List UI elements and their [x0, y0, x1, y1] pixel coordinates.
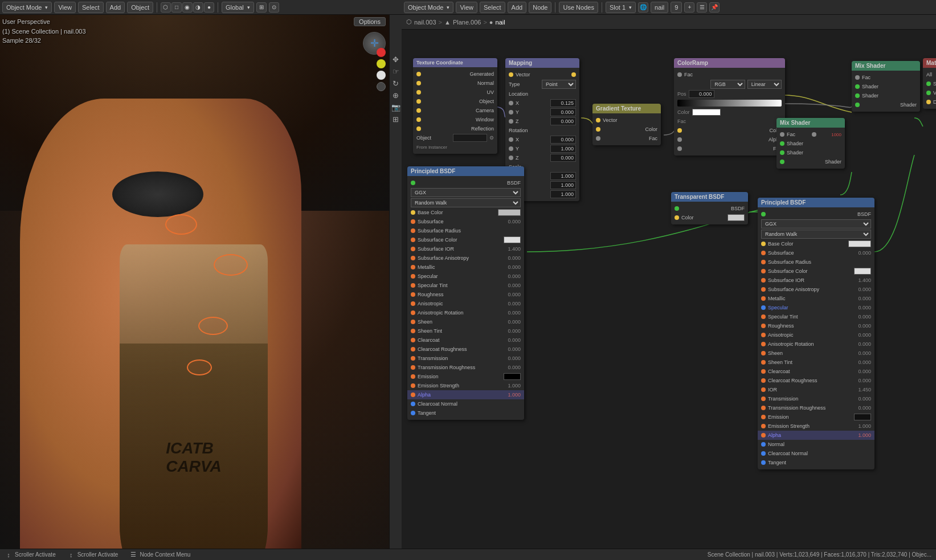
map-scale-y-input[interactable] [550, 181, 576, 189]
object-menu[interactable]: Object [127, 2, 153, 13]
pbsdf2-aniso-rot[interactable]: Anisotropic Rotation 0.000 [758, 340, 874, 349]
viewport-icon[interactable]: ⬡ [161, 2, 171, 13]
pbsdf2-header[interactable]: Principled BSDF [758, 198, 874, 207]
breadcrumb-plane[interactable]: Plane.006 [453, 19, 481, 26]
pbsdf2-sheen[interactable]: Sheen 0.000 [758, 349, 874, 358]
tbsdf-color-row[interactable]: Color [671, 213, 748, 222]
tc-prop-icon[interactable]: ⚙ [489, 135, 494, 141]
solid-icon[interactable]: ◉ [182, 2, 193, 13]
node-object-mode[interactable]: Object Mode [404, 2, 453, 13]
pbsdf2-ggx[interactable]: GGX [758, 219, 874, 229]
pbsdf2-sheen-tint[interactable]: Sheen Tint 0.000 [758, 358, 874, 367]
gray-circle[interactable] [377, 82, 386, 91]
pbsdf1-specular[interactable]: Specular 0.000 [407, 272, 524, 281]
pbsdf1-sheen[interactable]: Sheen 0.000 [407, 317, 524, 326]
texture-coordinate-header[interactable]: Texture Coordinate [413, 58, 497, 67]
map-rot-z-input[interactable] [550, 154, 576, 162]
cr-stops-row[interactable]: Pos [674, 89, 785, 99]
use-nodes-btn[interactable]: Use Nodes [559, 2, 598, 13]
pbsdf2-trans-rough[interactable]: Transmission Roughness 0.000 [758, 403, 874, 412]
pbsdf2-ss-color[interactable]: Subsurface Color [758, 267, 874, 276]
wireframe-icon[interactable]: □ [171, 2, 182, 13]
mix-shader2-header[interactable]: Mix Shader [776, 118, 845, 128]
pbsdf2-transmission[interactable]: Transmission 0.000 [758, 394, 874, 403]
cr-color-row[interactable]: Color [674, 108, 785, 117]
tbsdf-color-swatch[interactable] [727, 214, 745, 221]
pbsdf1-basecolor-row[interactable]: Base Color [407, 208, 524, 217]
object-mode-dropdown[interactable]: Object Mode [2, 2, 52, 13]
pbsdf2-ior[interactable]: IOR 1.450 [758, 385, 874, 394]
pbsdf2-bc-swatch[interactable] [848, 240, 871, 247]
pbsdf2-em-strength[interactable]: Emission Strength 1.000 [758, 422, 874, 431]
cr-mode-select[interactable]: Linear [747, 80, 782, 89]
pbsdf1-aniso-rot[interactable]: Anisotropic Rotation 0.000 [407, 308, 524, 317]
grid-icon[interactable]: ⊞ [391, 114, 401, 124]
color-ramp-header[interactable]: ColorRamp [674, 58, 785, 68]
color-ramp-node[interactable]: ColorRamp Fac RGB Linear Pos Color [674, 58, 785, 156]
pbsdf1-sheen-tint[interactable]: Sheen Tint 0.000 [407, 326, 524, 336]
cr-mode-row[interactable]: RGB Linear [674, 79, 785, 89]
pbsdf2-ggx-select[interactable]: GGX [761, 219, 871, 228]
cr-color-swatch[interactable] [692, 109, 721, 116]
pbsdf2-roughness[interactable]: Roughness 0.000 [758, 321, 874, 330]
node-editor[interactable]: Texture Coordinate Generated Normal UV O… [402, 30, 936, 549]
mix-shader1-node[interactable]: Mix Shader Fac Shader Shader Shader [852, 61, 920, 112]
pbsdf2-ss-ior[interactable]: Subsurface IOR 1.400 [758, 276, 874, 285]
breadcrumb-nail[interactable]: nail [496, 19, 505, 26]
select-menu[interactable]: Select [78, 2, 104, 13]
map-type-row[interactable]: Vector [505, 70, 579, 79]
pbsdf1-rw-select[interactable]: Random Walk [411, 198, 521, 207]
browse-icon[interactable]: ☰ [697, 2, 707, 13]
3d-viewport[interactable]: ICATBCARVA User Perspective (1) Scene Co… [0, 15, 402, 560]
view-menu[interactable]: View [54, 2, 76, 13]
texture-coordinate-node[interactable]: Texture Coordinate Generated Normal UV O… [413, 58, 497, 154]
breadcrumb-nail003[interactable]: nail.003 [414, 19, 436, 26]
mix-shader2-node[interactable]: Mix Shader Fac 1000 Shader Shader Shader [776, 118, 845, 169]
pbsdf2-clearcoat[interactable]: Clearcoat 0.000 [758, 367, 874, 376]
map-loc-z-input[interactable] [550, 117, 576, 125]
pan-icon[interactable]: ☞ [391, 66, 401, 76]
pbsdf1-transmission[interactable]: Transmission 0.000 [407, 354, 524, 363]
pbsdf1-clearcoat[interactable]: Clearcoat 0.000 [407, 336, 524, 345]
pbsdf1-ss-ior[interactable]: Subsurface IOR 1.400 [407, 244, 524, 254]
node-menu[interactable]: Node [529, 2, 551, 13]
material-output-node[interactable]: Material Output All Surface Volume Displ… [923, 58, 936, 109]
pbsdf2-metallic[interactable]: Metallic 0.000 [758, 294, 874, 303]
pbsdf1-trans-rough[interactable]: Transmission Roughness 0.000 [407, 363, 524, 372]
map-scale-x-input[interactable] [550, 172, 576, 180]
white-circle[interactable] [377, 71, 386, 80]
map-type-select[interactable]: Type Point [505, 79, 579, 89]
pbsdf1-ggx-row[interactable]: GGX [407, 187, 524, 198]
pbsdf1-ggx-select[interactable]: GGX [411, 188, 521, 197]
pbsdf2-rw[interactable]: Random Walk [758, 229, 874, 239]
map-rot-x-input[interactable] [550, 136, 576, 144]
pbsdf1-aniso[interactable]: Anisotropic 0.000 [407, 299, 524, 308]
mapping-header[interactable]: Mapping [505, 58, 579, 68]
map-scale-z-input[interactable] [550, 190, 576, 198]
world-icon[interactable]: 🌐 [638, 2, 648, 13]
slot-dropdown[interactable]: Slot 1 [606, 2, 636, 13]
map-loc-y-input[interactable] [550, 108, 576, 116]
pbsdf2-emission[interactable]: Emission [758, 412, 874, 422]
pbsdf1-ss-color[interactable]: Subsurface Color [407, 235, 524, 244]
proportional-icon[interactable]: ⊙ [269, 2, 279, 13]
pbsdf2-spec-tint[interactable]: Specular Tint 0.000 [758, 312, 874, 321]
pbsdf1-rw-row[interactable]: Random Walk [407, 198, 524, 208]
pbsdf2-specular-row[interactable]: Specular 0.000 [758, 303, 874, 312]
tc-object-input[interactable] [453, 134, 487, 142]
pbsdf1-emission[interactable]: Emission [407, 372, 524, 381]
pbsdf1-alpha-row[interactable]: Alpha 1.000 [407, 390, 524, 399]
principled-bsdf2-node[interactable]: Principled BSDF BSDF GGX Random Walk Bas… [758, 198, 874, 469]
transparent-header[interactable]: Transparent BSDF [671, 192, 748, 202]
node-select-menu[interactable]: Select [480, 2, 505, 13]
pbsdf2-alpha-row[interactable]: Alpha 1.000 [758, 431, 874, 440]
map-rot-y-input[interactable] [550, 145, 576, 153]
grab-icon[interactable]: ✥ [391, 54, 401, 64]
material-output-header[interactable]: Material Output [923, 58, 936, 68]
pbsdf1-ssc-swatch[interactable] [504, 236, 521, 243]
pbsdf2-ssc-swatch[interactable] [854, 268, 871, 275]
pbsdf2-em-swatch[interactable] [854, 414, 871, 420]
pbsdf1-bc-swatch[interactable] [498, 209, 521, 216]
rotate-icon[interactable]: ↻ [391, 78, 401, 88]
gradient-texture-node[interactable]: Gradient Texture Vector Color Fac [592, 104, 661, 145]
